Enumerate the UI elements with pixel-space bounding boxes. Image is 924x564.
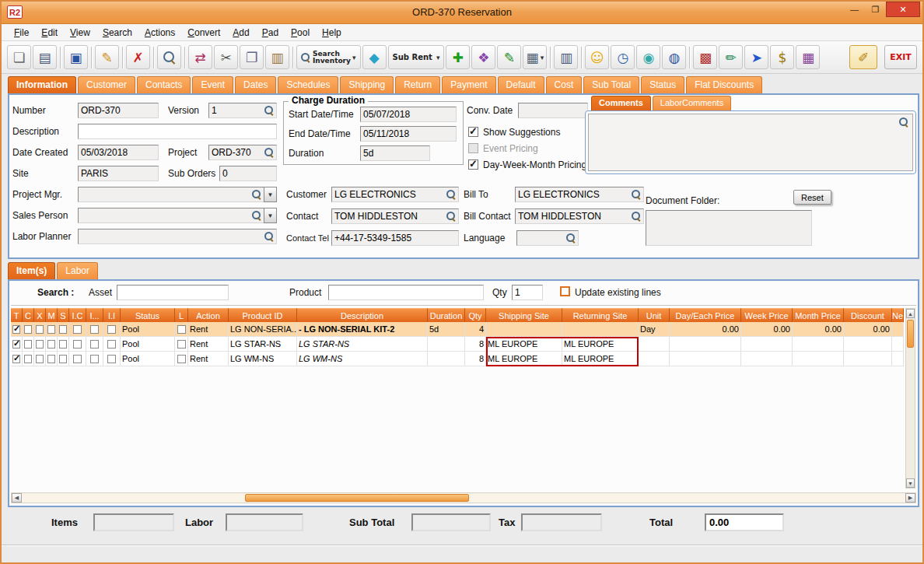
cell-l[interactable] [175, 322, 188, 336]
flag-checkbox[interactable] [107, 340, 116, 349]
table-row[interactable]: PoolRentLG STAR-NSLG STAR-NS8ML EUROPEML… [11, 337, 904, 352]
cell-ic[interactable] [69, 352, 86, 366]
table-row[interactable]: PoolRentLG NON-SERIA...- LG NON-SERIAL K… [11, 322, 904, 337]
table-row[interactable]: PoolRentLG WM-NSLG WM-NS8ML EUROPEML EUR… [11, 352, 904, 366]
globe-button[interactable]: ◍ [662, 45, 686, 69]
flag-checkbox[interactable] [90, 340, 99, 349]
flag-checkbox[interactable] [59, 340, 67, 349]
edit-button[interactable]: ✎ [95, 45, 119, 69]
menu-add[interactable]: Add [226, 24, 255, 41]
cell-t[interactable] [11, 352, 23, 366]
flag-checkbox[interactable] [177, 355, 186, 363]
column-header-ne[interactable]: Ne [892, 308, 904, 322]
flag-checkbox[interactable] [73, 355, 82, 363]
column-header-t[interactable]: T [11, 308, 23, 322]
flag-checkbox[interactable] [36, 340, 44, 349]
maximize-button[interactable]: ❐ [865, 2, 886, 17]
menu-convert[interactable]: Convert [181, 24, 226, 41]
contact-tel-field[interactable]: +44-17-5349-1585 [331, 230, 459, 246]
convert-document-button[interactable]: ⇄ [188, 45, 212, 69]
tab-event[interactable]: Event [192, 76, 233, 93]
day-week-month-pricing-checkbox[interactable] [468, 159, 478, 170]
print-button[interactable]: ▤ [33, 45, 57, 69]
document-folder-box[interactable] [646, 210, 812, 246]
cell-qty[interactable]: 8 [465, 352, 486, 366]
column-header-week_price[interactable]: Week Price [741, 308, 793, 322]
cell-day_each_price[interactable]: 0.00 [670, 322, 741, 336]
menu-pool[interactable]: Pool [285, 24, 316, 41]
cell-status[interactable]: Pool [121, 337, 175, 351]
cell-c[interactable] [23, 322, 34, 336]
tab-customer[interactable]: Customer [78, 76, 135, 93]
menu-search[interactable]: Search [96, 24, 138, 41]
copy-button[interactable]: ❐ [240, 45, 264, 69]
cell-returning_site[interactable] [562, 322, 639, 336]
cell-ii[interactable] [103, 352, 121, 366]
menu-view[interactable]: View [64, 24, 96, 41]
print-grid-button[interactable]: ▥ [554, 45, 578, 69]
number-field[interactable]: ORD-370 [78, 103, 159, 118]
tab-sub-total[interactable]: Sub Total [583, 76, 639, 93]
project-mgr-dropdown[interactable]: ▼ [264, 187, 277, 202]
cell-week_price[interactable] [741, 352, 793, 366]
rubik-cube-button[interactable]: ▩ [693, 45, 717, 69]
key-button[interactable]: ➤ [744, 45, 768, 69]
cell-month_price[interactable] [793, 337, 844, 351]
scroll-right-icon[interactable]: ▶ [905, 493, 915, 503]
update-existing-lines-checkbox[interactable] [560, 286, 570, 296]
column-header-l[interactable]: L [175, 308, 188, 322]
cell-ii[interactable] [103, 337, 121, 351]
cell-shipping_site[interactable]: ML EUROPE [486, 352, 562, 366]
cell-m[interactable] [46, 352, 58, 366]
cell-returning_site[interactable]: ML EUROPE [562, 352, 639, 366]
cell-duration[interactable] [428, 337, 465, 351]
cell-description[interactable]: LG WM-NS [297, 352, 428, 366]
find-button[interactable] [157, 45, 181, 69]
sales-person-dropdown[interactable]: ▼ [264, 208, 277, 223]
title-bar[interactable]: R2 ORD-370 Reservation — ❐ ✕ [2, 2, 922, 24]
reset-button[interactable]: Reset [793, 190, 831, 205]
cell-ic[interactable] [69, 322, 86, 336]
start-date-field[interactable]: 05/07/2018 [360, 107, 457, 122]
asset-input[interactable] [117, 285, 229, 300]
cell-idot[interactable] [86, 337, 103, 351]
cell-s[interactable] [58, 337, 69, 351]
comments-field[interactable] [588, 114, 913, 171]
column-header-month_price[interactable]: Month Price [793, 308, 844, 322]
cell-ic[interactable] [69, 337, 86, 351]
column-header-day_each_price[interactable]: Day/Each Price [670, 308, 741, 322]
search-icon[interactable] [899, 117, 908, 127]
clock-button[interactable]: ◷ [611, 45, 635, 69]
search-icon[interactable] [632, 190, 641, 199]
column-header-ic[interactable]: I.C [69, 308, 86, 322]
cell-action[interactable]: Rent [188, 352, 229, 366]
flag-checkbox[interactable] [177, 340, 186, 349]
cell-qty[interactable]: 8 [465, 337, 486, 351]
search-icon[interactable] [264, 232, 274, 241]
sub-rent-button[interactable]: Sub Rent ▾ [388, 45, 445, 69]
money-button[interactable]: $ [770, 45, 794, 69]
search-icon[interactable] [252, 211, 261, 220]
tab-information[interactable]: Information [8, 76, 76, 93]
flag-checkbox[interactable] [107, 325, 116, 334]
menu-pad[interactable]: Pad [256, 24, 285, 41]
cell-idot[interactable] [86, 322, 103, 336]
cut-button[interactable]: ✂ [214, 45, 238, 69]
tab-laborcomments[interactable]: LaborComments [653, 96, 731, 110]
row-checkbox[interactable] [12, 355, 20, 363]
cell-t[interactable] [11, 322, 23, 336]
horizontal-scrollbar[interactable]: ◀ ▶ [11, 492, 916, 503]
menu-help[interactable]: Help [316, 24, 348, 41]
flag-checkbox[interactable] [73, 325, 82, 334]
flag-checkbox[interactable] [177, 325, 186, 334]
exit-button[interactable]: EXIT [884, 45, 917, 69]
flag-checkbox[interactable] [47, 355, 55, 363]
edit-note-button[interactable]: ✎ [497, 45, 521, 69]
tab-contacts[interactable]: Contacts [137, 76, 191, 93]
tab-return[interactable]: Return [395, 76, 440, 93]
column-header-shipping_site[interactable]: Shipping Site [486, 308, 562, 322]
cell-returning_site[interactable]: ML EUROPE [562, 337, 639, 351]
row-checkbox[interactable] [12, 340, 20, 349]
site-field[interactable]: PARIS [78, 166, 159, 181]
search-icon[interactable] [632, 212, 641, 221]
